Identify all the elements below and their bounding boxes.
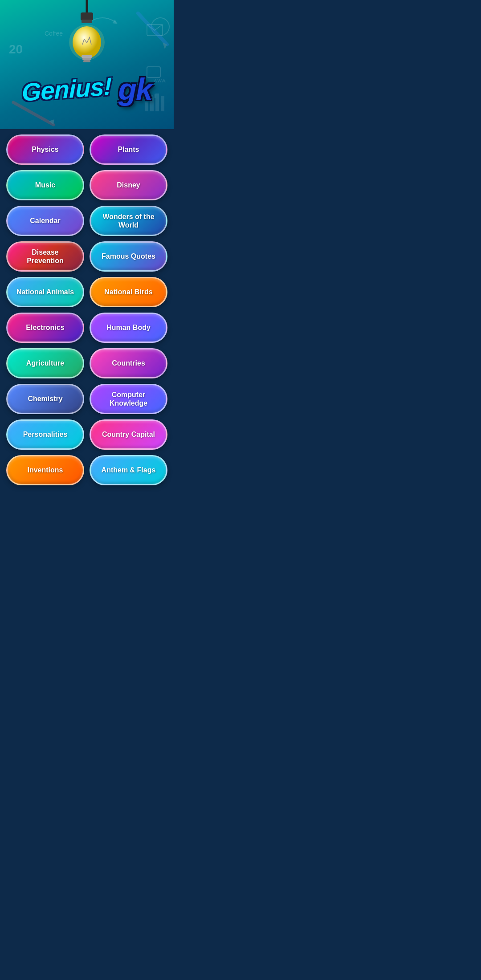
quiz-btn-chemistry[interactable]: Chemistry	[6, 384, 84, 414]
quiz-btn-national-animals[interactable]: National Animals	[6, 277, 84, 307]
quiz-btn-wonders[interactable]: Wonders of the World	[90, 206, 167, 236]
logo-area: Genius! gk	[22, 36, 152, 106]
buttons-section: PhysicsPlantsMusicDisneyCalendarWonders …	[0, 129, 174, 494]
quiz-btn-electronics[interactable]: Electronics	[6, 313, 84, 343]
quiz-btn-calendar[interactable]: Calendar	[6, 206, 84, 236]
genius-logo-text: Genius!	[22, 71, 111, 106]
header-area: 20 Coffee www. e-mail	[0, 0, 174, 129]
quiz-btn-national-birds[interactable]: National Birds	[90, 277, 167, 307]
quiz-btn-music[interactable]: Music	[6, 170, 84, 200]
quiz-btn-plants[interactable]: Plants	[90, 134, 167, 165]
quiz-btn-agriculture[interactable]: Agriculture	[6, 348, 84, 378]
quiz-btn-famous-quotes[interactable]: Famous Quotes	[90, 241, 167, 272]
quiz-btn-inventions[interactable]: Inventions	[6, 455, 84, 485]
quiz-btn-countries[interactable]: Countries	[90, 348, 167, 378]
quiz-btn-physics[interactable]: Physics	[6, 134, 84, 165]
quiz-btn-disney[interactable]: Disney	[90, 170, 167, 200]
quiz-btn-country-capital[interactable]: Country Capital	[90, 419, 167, 450]
gk-logo-text: gk	[118, 72, 152, 106]
quiz-btn-anthem-flags[interactable]: Anthem & Flags	[90, 455, 167, 485]
quiz-btn-computer-knowledge[interactable]: Computer Knowledge	[90, 384, 167, 414]
quiz-btn-disease-prevention[interactable]: Disease Prevention	[6, 241, 84, 272]
app-container: 20 Coffee www. e-mail	[0, 0, 174, 494]
quiz-btn-personalities[interactable]: Personalities	[6, 419, 84, 450]
buttons-grid: PhysicsPlantsMusicDisneyCalendarWonders …	[6, 134, 167, 485]
header-content: Genius! gk	[0, 0, 174, 129]
quiz-btn-human-body[interactable]: Human Body	[90, 313, 167, 343]
